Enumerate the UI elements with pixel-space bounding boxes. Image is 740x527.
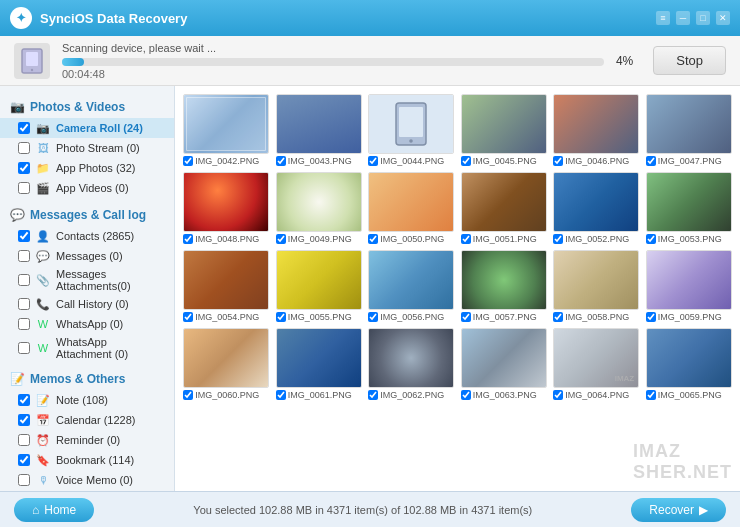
camera-roll-checkbox[interactable] [18,122,30,134]
photo-item: IMG_0058.PNG [553,250,640,322]
whatsapp-checkbox[interactable] [18,318,30,330]
voice-memo-checkbox[interactable] [18,474,30,486]
photo-checkbox[interactable] [553,312,563,322]
photo-checkbox[interactable] [183,390,193,400]
reminder-checkbox[interactable] [18,434,30,446]
progress-bar [62,58,604,66]
sidebar-item-reminder[interactable]: ⏰ Reminder (0) [0,430,174,450]
app-photos-label: App Photos (32) [56,162,164,174]
sidebar-item-contacts[interactable]: 👤 Contacts (2865) [0,226,174,246]
photo-stream-checkbox[interactable] [18,142,30,154]
photo-filename: IMG_0057.PNG [473,312,537,322]
sidebar-item-call-history[interactable]: 📞 Call History (0) [0,294,174,314]
sidebar-item-messages[interactable]: 💬 Messages (0) [0,246,174,266]
contacts-checkbox[interactable] [18,230,30,242]
photo-filename: IMG_0042.PNG [195,156,259,166]
menu-btn[interactable]: ≡ [656,11,670,25]
photo-checkbox[interactable] [461,234,471,244]
photo-checkbox[interactable] [553,390,563,400]
photo-checkbox[interactable] [183,312,193,322]
photo-filename: IMG_0053.PNG [658,234,722,244]
photo-filename: IMG_0049.PNG [288,234,352,244]
note-checkbox[interactable] [18,394,30,406]
whatsapp-icon: W [35,316,51,332]
photo-filename: IMG_0050.PNG [380,234,444,244]
photo-checkbox[interactable] [461,156,471,166]
sidebar-item-photo-stream[interactable]: 🖼 Photo Stream (0) [0,138,174,158]
home-icon: ⌂ [32,503,39,517]
photo-checkbox[interactable] [461,390,471,400]
main-layout: 📷 Photos & Videos 📷 Camera Roll (24) 🖼 P… [0,86,740,491]
photo-checkbox[interactable] [368,234,378,244]
sidebar-item-whatsapp-attach[interactable]: W WhatsApp Attachment (0) [0,334,174,362]
photo-checkbox[interactable] [646,156,656,166]
progress-time: 00:04:48 [62,68,604,80]
sidebar-item-note[interactable]: 📝 Note (108) [0,390,174,410]
photo-item: IMG_0062.PNG [368,328,455,400]
photo-filename: IMG_0048.PNG [195,234,259,244]
section-title-memos: 📝 Memos & Others [0,366,174,390]
title-bar: ✦ SynciOS Data Recovery ≡ ─ □ ✕ [0,0,740,36]
photo-checkbox[interactable] [646,312,656,322]
photo-checkbox[interactable] [553,234,563,244]
camera-roll-label: Camera Roll (24) [56,122,164,134]
close-btn[interactable]: ✕ [716,11,730,25]
maximize-btn[interactable]: □ [696,11,710,25]
photo-checkbox[interactable] [276,390,286,400]
sidebar-item-camera-roll[interactable]: 📷 Camera Roll (24) [0,118,174,138]
app-title: SynciOS Data Recovery [40,11,656,26]
photo-checkbox[interactable] [553,156,563,166]
photo-checkbox[interactable] [461,312,471,322]
photo-item: IMG_0065.PNG [646,328,733,400]
photo-checkbox[interactable] [646,390,656,400]
app-videos-icon: 🎬 [35,180,51,196]
photo-filename: IMG_0062.PNG [380,390,444,400]
messages-checkbox[interactable] [18,250,30,262]
sidebar-item-messages-attachments[interactable]: 📎 Messages Attachments(0) [0,266,174,294]
stop-button[interactable]: Stop [653,46,726,75]
sidebar-item-app-documents[interactable]: 📄 App Documents (0) [0,490,174,491]
photo-filename: IMG_0061.PNG [288,390,352,400]
app-videos-checkbox[interactable] [18,182,30,194]
sidebar-item-bookmark[interactable]: 🔖 Bookmark (114) [0,450,174,470]
whatsapp-attach-checkbox[interactable] [18,342,30,354]
voice-memo-icon: 🎙 [35,472,51,488]
messages-icon: 💬 [35,248,51,264]
minimize-btn[interactable]: ─ [676,11,690,25]
sidebar-item-whatsapp[interactable]: W WhatsApp (0) [0,314,174,334]
whatsapp-attach-label: WhatsApp Attachment (0) [56,336,164,360]
camera-icon: 📷 [35,120,51,136]
sidebar-item-app-videos[interactable]: 🎬 App Videos (0) [0,178,174,198]
whatsapp-attach-icon: W [35,340,51,356]
photo-checkbox[interactable] [368,390,378,400]
content-area: IMG_0042.PNGIMG_0043.PNGIMG_0044.PNGIMG_… [175,86,740,491]
msg-attach-icon: 📎 [35,272,51,288]
window-controls[interactable]: ≡ ─ □ ✕ [656,11,730,25]
app-photos-checkbox[interactable] [18,162,30,174]
photo-checkbox[interactable] [276,234,286,244]
photo-checkbox[interactable] [183,234,193,244]
photo-item: IMG_0042.PNG [183,94,270,166]
photo-checkbox[interactable] [646,234,656,244]
recover-button[interactable]: Recover ▶ [631,498,726,522]
photo-checkbox[interactable] [276,156,286,166]
call-history-checkbox[interactable] [18,298,30,310]
bookmark-checkbox[interactable] [18,454,30,466]
photo-grid: IMG_0042.PNGIMG_0043.PNGIMG_0044.PNGIMG_… [183,94,732,400]
photo-checkbox[interactable] [183,156,193,166]
photo-checkbox[interactable] [368,156,378,166]
photo-checkbox[interactable] [276,312,286,322]
messages-label: Messages (0) [56,250,164,262]
sidebar-item-calendar[interactable]: 📅 Calendar (1228) [0,410,174,430]
home-button[interactable]: ⌂ Home [14,498,94,522]
photo-item: IMG_0059.PNG [646,250,733,322]
recover-icon: ▶ [699,503,708,517]
photo-stream-icon: 🖼 [35,140,51,156]
calendar-checkbox[interactable] [18,414,30,426]
sidebar-item-app-photos[interactable]: 📁 App Photos (32) [0,158,174,178]
photo-filename: IMG_0063.PNG [473,390,537,400]
bookmark-label: Bookmark (114) [56,454,164,466]
photo-checkbox[interactable] [368,312,378,322]
sidebar-item-voice-memo[interactable]: 🎙 Voice Memo (0) [0,470,174,490]
msg-attach-checkbox[interactable] [18,274,30,286]
